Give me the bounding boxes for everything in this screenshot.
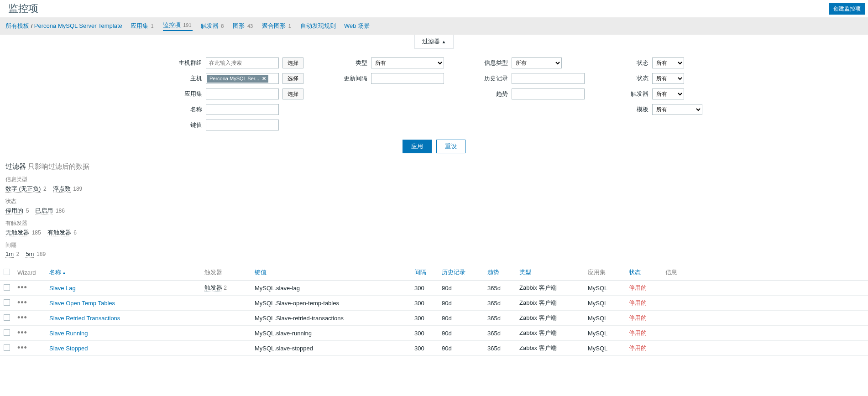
status-link[interactable]: 停用的	[629, 299, 647, 306]
wizard-menu-icon[interactable]: •••	[17, 343, 27, 352]
item-name-link[interactable]: Slave Stopped	[49, 345, 88, 352]
col-type[interactable]: 类型	[519, 269, 531, 276]
cell-app: MySQL	[584, 281, 625, 296]
cell-info	[662, 311, 868, 326]
template-select[interactable]: 所有	[652, 104, 702, 115]
trigger-select[interactable]: 所有	[652, 89, 684, 99]
label-trends: 趋势	[471, 90, 508, 98]
col-info: 信息	[665, 269, 677, 276]
type-select[interactable]: 所有	[371, 57, 444, 68]
subfilter-item[interactable]: 1m 2	[5, 250, 19, 257]
col-trends[interactable]: 趋势	[487, 269, 499, 276]
reset-button[interactable]: 重设	[436, 140, 465, 153]
cell-app: MySQL	[584, 296, 625, 311]
status-link[interactable]: 停用的	[629, 284, 647, 291]
status-select[interactable]: 所有	[652, 57, 684, 68]
nav-triggers[interactable]: 触发器 8	[201, 22, 225, 30]
item-name-link[interactable]: Slave Open Temp Tables	[49, 300, 115, 307]
breadcrumb-all-templates[interactable]: 所有模板	[5, 22, 29, 29]
label-template: 模板	[612, 105, 648, 114]
status-link[interactable]: 停用的	[629, 344, 647, 351]
wizard-menu-icon[interactable]: •••	[17, 328, 27, 337]
nav-app[interactable]: 应用集 1	[131, 22, 155, 30]
cell-interval: 300	[411, 311, 438, 326]
cell-history: 90d	[438, 326, 484, 341]
label-host-group: 主机群组	[166, 59, 202, 67]
label-name: 名称	[166, 105, 202, 114]
name-input[interactable]	[206, 104, 279, 115]
col-key[interactable]: 键值	[255, 269, 267, 276]
nav-web[interactable]: Web 场景	[344, 22, 370, 30]
wizard-menu-icon[interactable]: •••	[17, 298, 27, 307]
host-group-select-button[interactable]: 选择	[282, 57, 303, 68]
nav-screens[interactable]: 聚合图形 1	[262, 22, 292, 30]
create-item-button[interactable]: 创建监控项	[829, 3, 865, 15]
breadcrumb-template[interactable]: Percona MySQL Server Template	[34, 22, 122, 29]
row-checkbox[interactable]	[4, 329, 10, 336]
row-checkbox[interactable]	[4, 344, 10, 351]
wizard-menu-icon[interactable]: •••	[17, 283, 27, 292]
app-set-select-button[interactable]: 选择	[282, 89, 303, 99]
row-checkbox[interactable]	[4, 314, 10, 321]
subfilter-group-label: 信息类型	[5, 176, 863, 183]
cell-key: MySQL.Slave-retried-transactions	[251, 311, 411, 326]
filter-toggle[interactable]: 过滤器▲	[414, 35, 454, 49]
subfilter-item[interactable]: 浮点数 189	[53, 185, 83, 193]
subfilter-group: 信息类型数字 (无正负) 2浮点数 189	[5, 176, 863, 193]
label-status: 状态	[612, 59, 648, 67]
label-key: 键值	[166, 121, 202, 129]
apply-button[interactable]: 应用	[403, 140, 432, 153]
subfilter-hint: 只影响过滤后的数据	[28, 162, 89, 170]
history-input[interactable]	[512, 73, 585, 84]
item-name-link[interactable]: Slave Lag	[49, 285, 76, 292]
remove-chip-icon[interactable]: ✕	[262, 76, 266, 82]
table-row: •••Slave Open Temp TablesMySQL.Slave-ope…	[0, 296, 868, 311]
cell-key: MySQL.slave-stopped	[251, 341, 411, 356]
trigger-link[interactable]: 触发器	[204, 284, 222, 292]
nav-discovery[interactable]: 自动发现规则	[300, 22, 336, 30]
col-name[interactable]: 名称▲	[49, 269, 66, 276]
nav-items[interactable]: 监控项 191	[163, 21, 193, 31]
subfilter-group-label: 有触发器	[5, 219, 863, 227]
subfilter-item[interactable]: 已启用 186	[35, 207, 65, 215]
wizard-menu-icon[interactable]: •••	[17, 313, 27, 322]
col-history[interactable]: 历史记录	[442, 269, 465, 276]
cell-interval: 300	[411, 281, 438, 296]
status-link[interactable]: 停用的	[629, 329, 647, 336]
info-type-select[interactable]: 所有	[512, 57, 562, 68]
table-row: •••Slave Retried TransactionsMySQL.Slave…	[0, 311, 868, 326]
subfilter-item[interactable]: 数字 (无正负) 2	[5, 185, 47, 193]
update-interval-input[interactable]	[371, 73, 444, 84]
trends-input[interactable]	[512, 89, 585, 99]
host-input[interactable]: Percona MySQL Ser...✕	[206, 73, 279, 84]
subfilter-item[interactable]: 5m 189	[26, 250, 46, 257]
col-interval[interactable]: 间隔	[414, 269, 426, 276]
host-select-button[interactable]: 选择	[282, 73, 303, 84]
col-app: 应用集	[588, 269, 606, 276]
col-status[interactable]: 状态	[629, 269, 641, 276]
item-name-link[interactable]: Slave Running	[49, 330, 88, 337]
status-link[interactable]: 停用的	[629, 314, 647, 321]
cell-trends: 365d	[484, 326, 516, 341]
nav-graphs[interactable]: 图形 43	[233, 22, 254, 30]
subfilter-item[interactable]: 有触发器 6	[47, 229, 77, 237]
cell-trends: 365d	[484, 296, 516, 311]
cell-key: MySQL.Slave-open-temp-tables	[251, 296, 411, 311]
row-checkbox[interactable]	[4, 299, 10, 306]
cell-info	[662, 341, 868, 356]
cell-history: 90d	[438, 341, 484, 356]
label-trigger: 触发器	[612, 90, 648, 98]
select-all-checkbox[interactable]	[4, 269, 10, 275]
subfilter-item[interactable]: 无触发器 185	[5, 229, 41, 237]
app-set-input[interactable]	[206, 89, 279, 99]
filter-panel: 主机群组 选择 主机 Percona MySQL Ser...✕ 选择 应用集 …	[0, 49, 868, 158]
host-group-input[interactable]	[206, 57, 279, 68]
row-checkbox[interactable]	[4, 284, 10, 291]
state-select[interactable]: 所有	[652, 73, 684, 84]
label-info-type: 信息类型	[471, 59, 508, 67]
subfilter-item[interactable]: 停用的 5	[5, 207, 29, 215]
key-input[interactable]	[206, 120, 279, 130]
item-name-link[interactable]: Slave Retried Transactions	[49, 315, 120, 322]
cell-info	[662, 281, 868, 296]
cell-key: MySQL.slave-lag	[251, 281, 411, 296]
